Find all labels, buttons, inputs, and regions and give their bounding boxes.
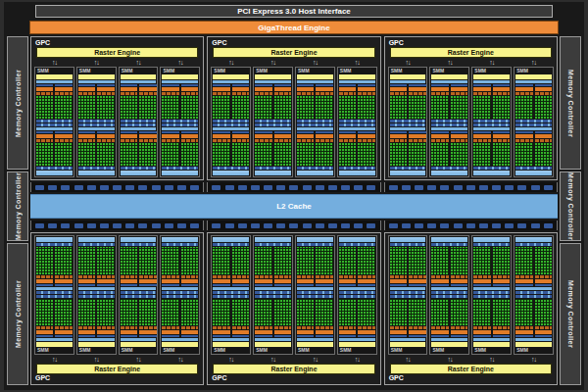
buffer-bar [297, 127, 333, 130]
instruction-cache-bar [473, 74, 510, 79]
warp-scheduler-bar [451, 87, 467, 91]
smm-processing-block [213, 131, 249, 166]
warp-scheduler-bar [515, 330, 532, 334]
buffer-bar [162, 80, 198, 83]
texture-units-bar [473, 167, 510, 170]
smm-label: SMM [431, 348, 467, 353]
warp-scheduler-bar [121, 330, 137, 334]
smm-unit: SMM [34, 235, 74, 355]
gpu-die-diagram: PCI Express 3.0 Host Interface GigaThrea… [4, 2, 584, 390]
raster-smm-arrows: ↑↓↑↓↑↓↑↓ [387, 355, 555, 364]
cuda-core-grid [181, 143, 198, 166]
cuda-core-grid [493, 299, 510, 325]
instruction-buffer-bar [409, 335, 425, 337]
cuda-core-grid [515, 96, 532, 119]
dispatch-units-bar [181, 92, 198, 95]
up-down-arrow-icon: ↑↓ [355, 59, 360, 66]
texture-units-bar [297, 295, 333, 298]
warp-scheduler-bar [473, 134, 490, 138]
cuda-core-grid [36, 143, 53, 166]
cuda-core-grid [535, 247, 552, 273]
cuda-core-grid [316, 96, 332, 119]
smm-processing-half [535, 131, 552, 166]
cuda-core-grid [97, 299, 114, 325]
rop-unit [74, 185, 83, 190]
dispatch-units-bar [535, 326, 552, 329]
instruction-buffer-bar [181, 335, 198, 337]
buffer-bar [121, 338, 157, 341]
warp-scheduler-bar [78, 134, 95, 138]
texture-units-bar [515, 120, 552, 122]
cuda-core-grid [274, 96, 291, 119]
rop-unit [505, 223, 514, 228]
smm-unit: SMM [514, 235, 554, 355]
cuda-core-grid [181, 96, 198, 119]
texture-units-bar [431, 123, 467, 126]
smm-unit: SMM [471, 235, 512, 355]
up-down-arrow-icon: ↑↓ [136, 356, 141, 363]
cuda-core-grid [358, 247, 374, 273]
buffer-bar [515, 80, 552, 83]
cuda-core-grid [78, 299, 95, 325]
shared-memory-bar [339, 171, 375, 175]
warp-scheduler-bar [431, 279, 448, 283]
cuda-core-grid [358, 299, 374, 325]
dispatch-units-bar [390, 139, 407, 142]
instruction-buffer-bar [139, 84, 156, 86]
warp-scheduler-bar [390, 330, 407, 334]
instruction-buffer-bar [409, 84, 425, 86]
warp-scheduler-bar [78, 330, 95, 334]
smm-processing-half [55, 299, 72, 337]
texture-units-bar [36, 123, 73, 126]
cuda-core-grid [139, 299, 156, 325]
dispatch-units-bar [515, 275, 532, 278]
dispatch-units-bar [451, 92, 467, 95]
warp-scheduler-bar [78, 279, 95, 283]
smm-processing-half [274, 247, 291, 285]
smm-label: SMM [162, 348, 198, 353]
smm-unit: SMM [76, 67, 117, 177]
smm-unit: SMM [34, 67, 74, 177]
rop-unit [74, 223, 83, 228]
instruction-buffer-bar [409, 131, 425, 133]
smm-processing-half [515, 84, 532, 119]
warp-scheduler-bar [409, 279, 425, 283]
smm-unit: SMM [160, 67, 200, 177]
smm-processing-block [431, 84, 467, 119]
buffer-bar [297, 338, 333, 341]
gigathread-engine-bar: GigaThread Engine [29, 21, 559, 34]
buffer-bar [255, 80, 291, 83]
warp-scheduler-bar [36, 134, 53, 138]
dispatch-units-bar [358, 92, 374, 95]
buffer-bar [297, 287, 333, 290]
buffer-bar [473, 127, 510, 130]
smm-label: SMM [390, 69, 426, 74]
smm-processing-half [274, 131, 291, 166]
cuda-core-grid [316, 143, 332, 166]
dispatch-units-bar [232, 139, 249, 142]
instruction-buffer-bar [339, 284, 356, 286]
instruction-buffer-bar [121, 131, 137, 133]
raster-engine-bar: Raster Engine [36, 364, 198, 374]
instruction-buffer-bar [36, 131, 53, 133]
up-down-arrow-icon: ↑↓ [94, 356, 99, 363]
warp-scheduler-bar [181, 134, 198, 138]
up-down-arrow-icon: ↑↓ [355, 356, 360, 363]
buffer-bar [390, 338, 426, 341]
smm-processing-block [162, 84, 198, 119]
instruction-cache-bar [390, 74, 426, 79]
up-down-arrow-icon: ↑↓ [313, 356, 318, 363]
memory-controller-block: Memory Controller [7, 36, 28, 170]
smm-processing-half [431, 299, 448, 337]
rop-unit [466, 223, 475, 228]
smm-processing-half [316, 247, 332, 285]
up-down-arrow-icon: ↑↓ [270, 59, 275, 66]
gpc-block: GPCRaster Engine↑↓↑↓↑↓↑↓SMMSMMSMMSMM [30, 232, 204, 385]
texture-units-bar [473, 295, 510, 298]
buffer-bar [431, 127, 467, 130]
memory-controller-label: Memory Controller [567, 280, 574, 348]
cuda-core-grid [431, 96, 448, 119]
rop-unit [341, 185, 350, 190]
warp-scheduler-bar [139, 134, 156, 138]
buffer-bar [390, 287, 426, 290]
